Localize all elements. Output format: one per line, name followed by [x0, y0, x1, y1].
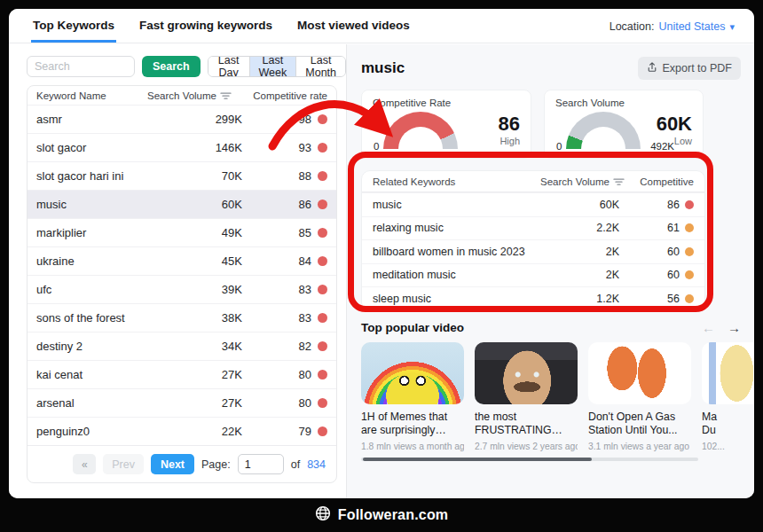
- gauge-card: Search Volume 0 492K 6: [544, 90, 704, 159]
- keyword-row[interactable]: asmr 299K 98: [28, 105, 336, 133]
- related-keyword-row[interactable]: sleep music 1.2K 56: [362, 286, 704, 310]
- keyword-name: penguinz0: [36, 425, 161, 438]
- keyword-name: music: [36, 198, 161, 211]
- competitive-dot: [318, 228, 327, 238]
- related-keyword-rate: 61: [667, 222, 680, 234]
- keyword-volume: 146K: [161, 141, 242, 154]
- competitive-dot: [685, 270, 694, 279]
- carousel-next-icon[interactable]: →: [728, 320, 741, 335]
- competitive-dot: [318, 398, 327, 408]
- search-input[interactable]: [27, 56, 135, 77]
- export-pdf-button[interactable]: Export to PDF: [638, 57, 742, 80]
- sort-icon[interactable]: [220, 91, 232, 100]
- related-keyword-row[interactable]: relaxing music 2.2K 61: [362, 216, 704, 240]
- video-card[interactable]: 1H of Memes that are surprisingly funny …: [361, 342, 464, 451]
- video-views: 1.8 mln views a month ago: [361, 442, 464, 451]
- footer-bar: Followeran.com: [0, 498, 763, 532]
- keyword-rate: 79: [299, 425, 311, 438]
- related-keyword-name: music: [373, 199, 526, 211]
- competitive-dot: [318, 200, 327, 209]
- related-keyword-volume: 2K: [526, 269, 619, 281]
- app-window: Top Keywords Fast growing keywords Most …: [9, 9, 754, 498]
- keyword-row[interactable]: kai cenat 27K 80: [28, 360, 336, 388]
- keyword-row[interactable]: penguinz0 22K 79: [28, 417, 336, 445]
- keyword-rate: 83: [299, 311, 311, 325]
- keyword-row[interactable]: arsenal 27K 80: [28, 388, 336, 417]
- next-page-button[interactable]: Next: [151, 454, 194, 474]
- competitive-dot: [318, 370, 327, 379]
- first-page-button[interactable]: «: [73, 454, 96, 474]
- location-value[interactable]: United States: [658, 20, 725, 33]
- video-thumbnail[interactable]: [588, 342, 691, 404]
- prev-page-button[interactable]: Prev: [103, 454, 144, 474]
- globe-icon: [315, 505, 331, 525]
- gauge-row: Competitive Rate 0 86: [361, 90, 741, 159]
- location-selector[interactable]: Location: United States ▾: [610, 20, 735, 43]
- video-title: Don't Open A Gas Station Until You...: [588, 411, 691, 439]
- keyword-name: asmr: [36, 113, 161, 126]
- video-card[interactable]: the most FRUSTRATING anti-... 2.7 mln vi…: [475, 342, 578, 451]
- keyword-volume: 70K: [161, 169, 242, 183]
- gauge: 0: [383, 112, 458, 151]
- sort-icon[interactable]: [613, 177, 625, 186]
- video-thumbnail[interactable]: [361, 342, 464, 404]
- keyword-volume: 299K: [161, 113, 242, 126]
- video-views: 102...: [702, 442, 754, 451]
- carousel-prev-icon[interactable]: ←: [702, 320, 715, 335]
- date-range-button[interactable]: Last Week: [249, 57, 296, 76]
- video-thumbnail[interactable]: [702, 342, 754, 404]
- video-title: Ma Du: [702, 411, 754, 439]
- tab[interactable]: Fast growing keywords: [138, 10, 274, 43]
- keyword-name: slot gacor: [36, 141, 161, 154]
- date-range-group: Last Day Last Week Last Month: [208, 56, 346, 77]
- competitive-dot: [318, 171, 327, 181]
- keyword-row[interactable]: destiny 2 34K 82: [28, 332, 336, 360]
- column-related-keywords: Related Keywords: [373, 176, 520, 187]
- gauge-title: Search Volume: [555, 98, 692, 108]
- video-card[interactable]: Ma Du 102...: [702, 342, 754, 451]
- keyword-row[interactable]: ukraine 45K 84: [28, 246, 336, 275]
- keyword-rate: 98: [299, 113, 311, 126]
- tab[interactable]: Most viewed videos: [295, 10, 412, 43]
- export-label: Export to PDF: [663, 62, 733, 74]
- gauge-card: Competitive Rate 0 86: [361, 90, 531, 159]
- related-keyword-name: billboard women in music 2023: [373, 246, 526, 258]
- keywords-table: Keyword Name Search Volume Competitive r…: [27, 85, 337, 483]
- search-button[interactable]: Search: [142, 56, 201, 77]
- tab[interactable]: Top Keywords: [31, 10, 116, 43]
- detail-header: music Export to PDF: [361, 57, 741, 80]
- screenshot-stage: Top Keywords Fast growing keywords Most …: [0, 0, 763, 532]
- gauge-value: 86: [499, 113, 520, 134]
- scrollbar-thumb[interactable]: [363, 458, 592, 461]
- related-keyword-volume: 2.2K: [526, 222, 619, 234]
- date-range-button[interactable]: Last Month: [295, 57, 345, 76]
- videos-scrollbar[interactable]: [361, 458, 698, 461]
- related-keyword-rate: 60: [667, 269, 680, 281]
- page-number-input[interactable]: [238, 454, 284, 474]
- video-thumbnail[interactable]: [475, 342, 578, 404]
- brand-name: Followeran.com: [338, 507, 449, 523]
- keyword-rate: 85: [299, 226, 311, 239]
- keyword-name: destiny 2: [36, 340, 161, 353]
- gauge-min-label: 0: [556, 141, 562, 152]
- keyword-row[interactable]: markiplier 49K 85: [28, 218, 336, 246]
- keyword-row[interactable]: ufc 39K 83: [28, 275, 336, 303]
- video-views: 3.1 mln views a year ago: [588, 442, 691, 451]
- related-keyword-rate: 56: [667, 293, 680, 305]
- related-keyword-name: meditation music: [373, 269, 526, 281]
- related-keyword-row[interactable]: music 60K 86: [362, 192, 704, 216]
- related-keyword-row[interactable]: meditation music 2K 60: [362, 263, 704, 287]
- chevron-down-icon: ▾: [729, 21, 735, 33]
- keyword-rate: 93: [299, 141, 311, 154]
- related-keywords-table: Related Keywords Search Volume Competiti…: [361, 170, 705, 311]
- keyword-row[interactable]: music 60K 86: [28, 190, 336, 218]
- related-keyword-volume: 60K: [526, 199, 619, 211]
- keyword-row[interactable]: slot gacor 146K 93: [28, 133, 336, 161]
- date-range-button[interactable]: Last Day: [208, 57, 249, 76]
- keyword-row[interactable]: sons of the forest 38K 83: [28, 303, 336, 332]
- video-card[interactable]: Don't Open A Gas Station Until You... 3.…: [588, 342, 691, 451]
- related-keyword-row[interactable]: billboard women in music 2023 2K 60: [362, 239, 704, 263]
- keyword-row[interactable]: slot gacor hari ini 70K 88: [28, 161, 336, 190]
- filter-controls: Search Last Day Last Week Last Month: [27, 56, 346, 77]
- of-label: of: [291, 458, 300, 471]
